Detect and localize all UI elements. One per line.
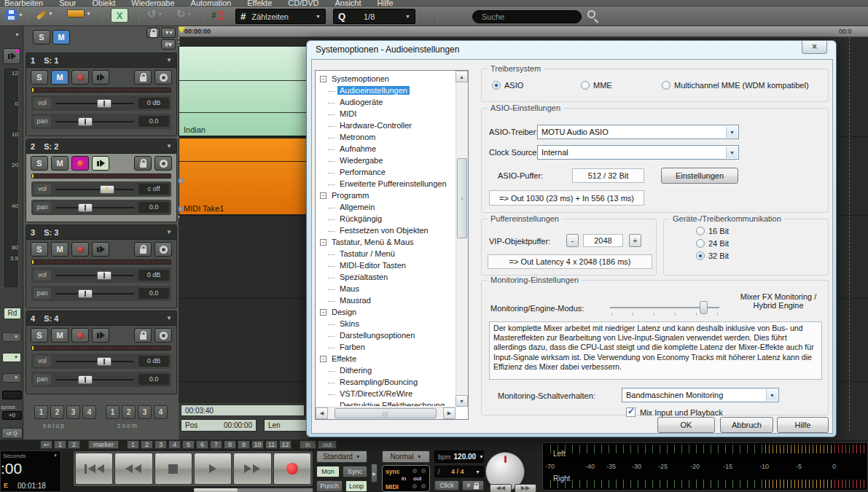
input-dropdown[interactable]: ▼ [2, 353, 21, 362]
solo-button[interactable]: S [31, 328, 48, 343]
menu-item[interactable]: Automation [191, 0, 232, 7]
loop-toggle[interactable]: Loop [345, 480, 367, 492]
audio-clip[interactable]: Indian [179, 46, 324, 136]
clock-source-dropdown[interactable]: Internal▼ [537, 145, 739, 160]
zoom-preset-button[interactable]: 4 [154, 405, 168, 419]
chevron-down-icon[interactable]: ▼ [166, 57, 172, 63]
range-button[interactable]: 1 [54, 440, 66, 449]
slider-handle[interactable] [78, 289, 93, 298]
record-arm-button[interactable] [71, 156, 89, 171]
marker-number-button[interactable]: 10 [251, 440, 264, 449]
tree-item[interactable]: -Effekte [319, 353, 455, 364]
chevron-down-icon[interactable]: ▼ [53, 453, 58, 458]
marker-number-button[interactable]: 9 [238, 440, 250, 449]
fx-button[interactable] [155, 70, 172, 85]
radio-32-bit[interactable]: 32 Bit [696, 251, 729, 260]
chevron-down-icon[interactable]: ▼ [18, 12, 23, 17]
scrollbar-thumb[interactable] [194, 488, 238, 492]
marker-number-button[interactable]: 3 [155, 440, 167, 449]
scroll-up-button[interactable]: ▲ [455, 71, 468, 82]
pan-slider[interactable] [55, 116, 134, 128]
scroll-left-button[interactable]: ◀ [316, 407, 328, 419]
zoom-preset-button[interactable]: 2 [122, 405, 136, 419]
mute-button[interactable]: M [51, 242, 69, 257]
slider-handle[interactable] [100, 185, 114, 194]
monitor-speaker-button[interactable] [3, 48, 20, 64]
tree-item[interactable]: Darstellungsoptionen [319, 329, 455, 341]
bpm-dropdown[interactable]: bpm120.00▼ [434, 450, 484, 463]
marker-number-button[interactable]: 2 [141, 440, 153, 449]
position-field[interactable]: Pos00:00:00 [181, 419, 257, 432]
mode-dropdown[interactable]: Standard▼ [316, 450, 367, 463]
midi-clip[interactable]: MIDI Take1 [179, 138, 324, 215]
tree-item[interactable]: Allgemein [319, 201, 455, 213]
monitor-button[interactable] [92, 156, 109, 171]
scroll-right-button[interactable]: ▶ [443, 407, 455, 419]
setup-preset-button[interactable]: 1 [34, 405, 48, 419]
tree-item[interactable]: Aufnahme [319, 143, 455, 155]
grid-mode-dropdown[interactable]: # Zählzeiten ▼ [235, 9, 326, 24]
track-header[interactable]: 3S: 3▼ [26, 225, 176, 240]
menu-item[interactable]: Wiedergabe [131, 0, 174, 7]
menu-item[interactable]: Hilfe [378, 0, 394, 7]
punch-out-button[interactable]: out [318, 440, 337, 449]
radio-mme[interactable]: MME [581, 81, 612, 90]
selection-handle[interactable] [179, 207, 183, 211]
marker-button[interactable]: marker [88, 440, 119, 449]
out-quantize-button[interactable]: ut Q [1, 428, 23, 439]
tree-item[interactable]: -Programm [319, 190, 455, 201]
scrollbar-thumb[interactable]: ||| [335, 408, 437, 418]
quantize-dropdown[interactable]: Q 1/8 ▼ [333, 9, 415, 24]
fx-button[interactable] [155, 242, 172, 257]
volume-slider[interactable] [55, 270, 134, 281]
marker-number-button[interactable]: 5 [182, 440, 195, 449]
tree-item[interactable]: Audioeinstellungen [319, 85, 455, 96]
mute-button[interactable]: M [51, 328, 69, 343]
record-button[interactable] [273, 453, 311, 485]
increase-button[interactable]: + [629, 234, 641, 247]
lock-button[interactable] [134, 156, 152, 171]
nudge-right-button[interactable]: ▶▶ [515, 484, 536, 492]
save-button[interactable]: ▼ [6, 9, 23, 20]
punch-toggle[interactable]: Punch [316, 480, 343, 492]
pan-slider[interactable] [55, 374, 134, 386]
vertical-scrollbar[interactable]: ▲ ▼ ≡ [455, 71, 468, 407]
volume-slider[interactable] [55, 98, 134, 109]
menu-item[interactable]: Ansicht [335, 0, 361, 7]
tree-item[interactable]: Destruktive Effektberechnung [319, 399, 455, 406]
menu-item[interactable]: Bearbeiten [4, 0, 43, 7]
tree-item[interactable]: Resampling/Bouncing [319, 376, 455, 388]
tree-item[interactable]: Mausrad [319, 294, 455, 306]
solo-button[interactable]: S [31, 70, 48, 85]
slider-handle[interactable] [78, 117, 93, 126]
pan-slider[interactable] [55, 202, 134, 214]
schaltverhalten-dropdown[interactable]: Bandmaschinen Monitoring▼ [622, 388, 779, 402]
lock-button[interactable] [146, 28, 160, 38]
solo-button[interactable]: S [31, 242, 48, 257]
draw-tool-button[interactable]: ▼ [36, 9, 53, 17]
ok-button[interactable]: OK [657, 417, 715, 433]
record-arm-button[interactable] [71, 70, 89, 85]
timeline-ruler[interactable]: 00:00:00 00:0 [179, 26, 868, 37]
chevron-down-icon[interactable]: ▼ [15, 32, 20, 37]
record-arm-button[interactable] [71, 242, 89, 257]
tree-item[interactable]: Tastatur / Menü [319, 248, 455, 259]
redo-button[interactable]: ↻▼ [176, 7, 192, 20]
track-header[interactable]: 4S: 4▼ [26, 311, 176, 326]
undo-button[interactable]: ↺▼ [147, 7, 163, 20]
collapse-icon[interactable]: - [320, 239, 327, 246]
tree-item[interactable]: Hardware-Controller [319, 120, 455, 131]
fx-button[interactable] [155, 156, 172, 171]
decrease-button[interactable]: - [566, 234, 579, 247]
play-marker-icon[interactable] [179, 27, 185, 33]
help-button[interactable]: Hilfe [777, 417, 829, 433]
go-to-start-button[interactable] [75, 453, 113, 485]
play-mode-dropdown[interactable]: Normal▼ [382, 450, 430, 463]
chevron-down-icon[interactable]: ▼ [48, 11, 53, 16]
object-color-button[interactable]: ▼ [67, 9, 91, 17]
radio-multichannel-mme-wdm-kompatibel-[interactable]: Multichannel MME (WDM kompatibel) [662, 81, 809, 90]
tree-item[interactable]: Audiogeräte [319, 96, 455, 108]
tree-item[interactable]: -Design [319, 306, 455, 318]
collapse-icon[interactable]: - [320, 309, 327, 316]
record-arm-button[interactable] [71, 328, 89, 343]
